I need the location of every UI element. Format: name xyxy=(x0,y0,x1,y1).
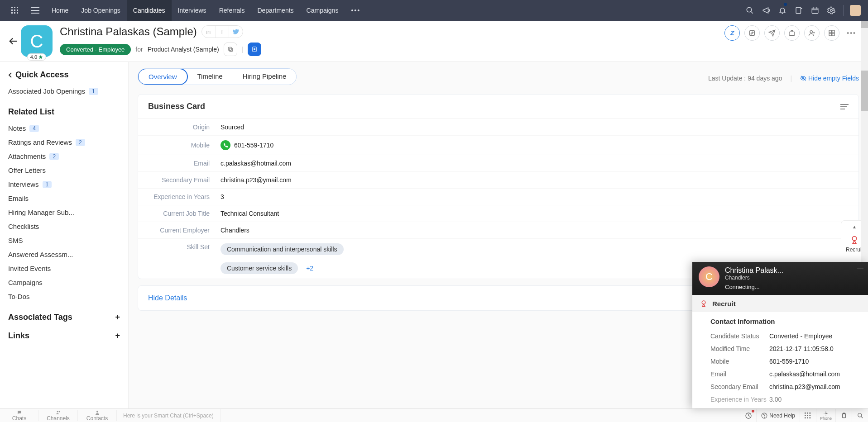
skill-chip: Communication and interpersonal skills xyxy=(221,243,344,255)
field-mobile[interactable]: Mobile601-559-1710 xyxy=(138,136,858,155)
left-sidebar: Quick Access Associated Job Openings1 Re… xyxy=(0,62,129,409)
card-settings-icon[interactable] xyxy=(840,104,849,110)
popup-section-recruit[interactable]: Recruit xyxy=(692,295,868,312)
sidebar-attachments[interactable]: Attachments2 xyxy=(8,149,128,163)
zia-icon[interactable]: Z xyxy=(724,25,740,41)
sidebar-assessments[interactable]: Answered Assessm... xyxy=(8,247,128,261)
sidebar-assoc-job[interactable]: Associated Job Openings1 xyxy=(8,84,128,98)
svg-rect-5 xyxy=(17,9,18,11)
candidate-name: Christina Palaskas (Sample) xyxy=(60,25,197,38)
nav-campaigns[interactable]: Campaigns xyxy=(300,0,345,21)
info-row: Mobile601-559-1710 xyxy=(710,355,859,368)
history-icon[interactable] xyxy=(740,409,756,409)
contact-info-title: Contact Information xyxy=(710,318,859,325)
phone-button[interactable]: Phone xyxy=(816,409,835,409)
add-person-icon[interactable] xyxy=(804,25,820,41)
twitter-icon[interactable] xyxy=(229,26,243,38)
more-skills-link[interactable]: +2 xyxy=(302,265,313,272)
tab-overview[interactable]: Overview xyxy=(138,68,188,85)
avatar-initial: C xyxy=(30,31,43,52)
briefcase-icon[interactable] xyxy=(784,25,800,41)
smart-chat-input[interactable]: Here is your Smart Chat (Ctrl+Space) xyxy=(117,409,221,409)
recruit-icon xyxy=(700,299,708,308)
status-pill[interactable]: Converted - Employee xyxy=(60,44,131,55)
tab-timeline[interactable]: Timeline xyxy=(187,69,233,85)
divider xyxy=(843,5,844,16)
nav-job-openings[interactable]: Job Openings xyxy=(75,0,126,21)
send-icon[interactable] xyxy=(764,25,780,41)
top-navbar: Home Job Openings Candidates Interviews … xyxy=(0,0,868,21)
tab-pipeline[interactable]: Hiring Pipeline xyxy=(233,69,297,85)
hamburger-icon[interactable] xyxy=(25,7,45,14)
popup-header: C Christina Palask... Chandlers Connecti… xyxy=(692,262,868,295)
bottom-search-icon[interactable] xyxy=(852,409,868,409)
sidebar-invited-events[interactable]: Invited Events xyxy=(8,261,128,275)
job-link[interactable]: Product Analyst (Sample) xyxy=(148,46,219,53)
grid-icon[interactable] xyxy=(824,25,839,41)
sidebar-ratings[interactable]: Ratings and Reviews2 xyxy=(8,135,128,149)
sidebar-todos[interactable]: To-Dos xyxy=(8,289,128,303)
nav-more-icon[interactable]: ••• xyxy=(345,0,367,21)
sidebar-emails[interactable]: Emails xyxy=(8,191,128,205)
plus-icon[interactable]: + xyxy=(115,331,120,341)
sidebar-hiring-manager[interactable]: Hiring Manager Sub... xyxy=(8,205,128,219)
plus-icon[interactable]: + xyxy=(115,313,120,322)
svg-rect-24 xyxy=(229,48,232,52)
rating-chip[interactable]: 4.0 xyxy=(27,53,46,61)
document-icon[interactable] xyxy=(248,43,261,56)
collapse-icon[interactable] xyxy=(8,72,13,78)
links-title[interactable]: Links+ xyxy=(8,331,128,341)
candidate-name-row: Christina Palaskas (Sample) in f xyxy=(60,25,261,38)
back-arrow-icon[interactable] xyxy=(6,25,21,57)
bell-icon[interactable] xyxy=(774,0,791,21)
sidebar-checklists[interactable]: Checklists xyxy=(8,219,128,233)
add-note-icon[interactable] xyxy=(791,0,807,21)
facebook-icon[interactable]: f xyxy=(216,26,229,38)
rail-up-icon[interactable]: ▲ xyxy=(851,223,858,230)
sidebar-interviews[interactable]: Interviews1 xyxy=(8,177,128,191)
more-actions-icon[interactable]: ••• xyxy=(844,29,859,37)
associated-tags-title[interactable]: Associated Tags+ xyxy=(8,313,128,322)
field-experience[interactable]: Experience in Years3 xyxy=(138,189,858,205)
need-help-button[interactable]: Need Help xyxy=(756,409,800,409)
related-list-title: Related List xyxy=(8,107,128,117)
hide-empty-link[interactable]: Hide empty Fields xyxy=(800,75,859,82)
field-sec-email[interactable]: Secondary Emailchristina.p23@ymail.com xyxy=(138,172,858,189)
bottom-apps-icon[interactable] xyxy=(800,409,816,409)
sidebar-campaigns[interactable]: Campaigns xyxy=(8,275,128,289)
announce-icon[interactable] xyxy=(758,0,774,21)
svg-rect-30 xyxy=(789,32,795,35)
popup-avatar: C xyxy=(699,266,719,287)
edit-icon[interactable] xyxy=(744,25,760,41)
sidebar-sms[interactable]: SMS xyxy=(8,233,128,247)
field-job-title[interactable]: Current Job TitleTechnical Consultant xyxy=(138,205,858,222)
minimize-icon[interactable]: — xyxy=(857,265,863,272)
sidebar-notes[interactable]: Notes4 xyxy=(8,121,128,135)
info-row: Modified Time2021-12-17 11:05:58.0 xyxy=(710,342,859,355)
nav-interviews[interactable]: Interviews xyxy=(172,0,213,21)
info-row: Experience in Years3.00 xyxy=(710,393,859,406)
svg-rect-37 xyxy=(832,33,834,36)
search-icon[interactable] xyxy=(742,0,758,21)
phone-icon[interactable] xyxy=(221,140,230,150)
popup-status: Connecting... xyxy=(725,284,783,290)
field-email[interactable]: Emailc.palaskas@hotmail.com xyxy=(138,155,858,172)
field-employer[interactable]: Current EmployerChandlers xyxy=(138,222,858,239)
user-avatar[interactable] xyxy=(847,0,863,21)
copy-icon[interactable] xyxy=(224,43,237,56)
field-origin[interactable]: OriginSourced xyxy=(138,119,858,136)
rating-value: 4.0 xyxy=(30,54,37,60)
nav-departments[interactable]: Departments xyxy=(251,0,300,21)
nav-referrals[interactable]: Referrals xyxy=(213,0,251,21)
apps-grid-icon[interactable] xyxy=(5,0,25,21)
gear-icon[interactable] xyxy=(823,0,839,21)
clipboard-icon[interactable] xyxy=(835,409,852,409)
nav-home[interactable]: Home xyxy=(45,0,75,21)
meta-right: Last Update : 94 days ago | Hide empty F… xyxy=(708,75,859,82)
sidebar-offer-letters[interactable]: Offer Letters xyxy=(8,163,128,177)
calendar-icon[interactable] xyxy=(807,0,823,21)
linkedin-icon[interactable]: in xyxy=(202,26,216,38)
nav-candidates[interactable]: Candidates xyxy=(127,0,172,21)
svg-rect-3 xyxy=(11,9,13,11)
svg-rect-17 xyxy=(812,8,818,14)
